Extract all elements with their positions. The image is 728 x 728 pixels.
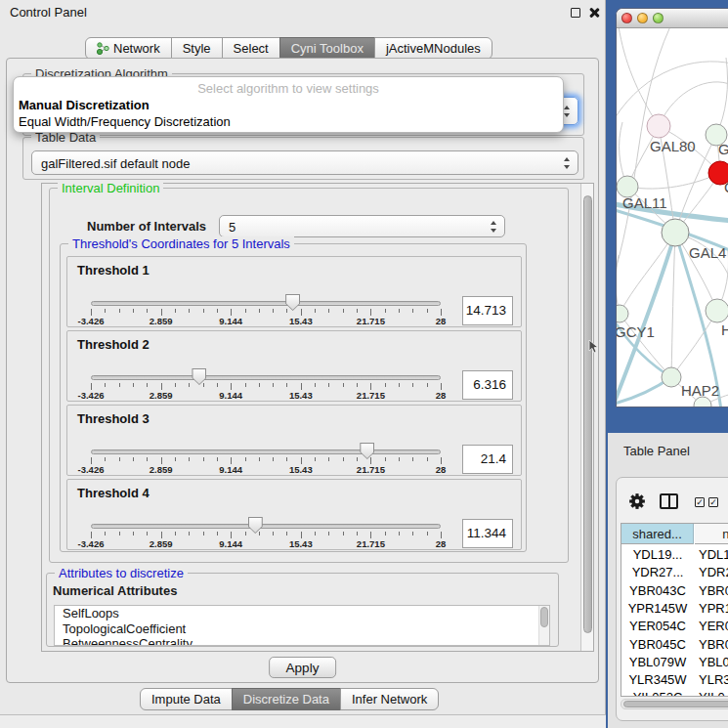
settings-scrollbar[interactable] xyxy=(580,184,593,651)
split-columns-icon[interactable] xyxy=(660,493,678,509)
numerical-attributes-label: Numerical Attributes xyxy=(53,583,177,598)
threshold-1-slider-track[interactable] xyxy=(91,301,441,306)
threshold-4-value-field[interactable]: 11.344 xyxy=(462,519,513,548)
close-icon[interactable] xyxy=(588,7,600,19)
network-node[interactable] xyxy=(662,367,681,387)
threshold-3-value-field[interactable]: 21.4 xyxy=(462,445,513,474)
tab-network[interactable]: Network xyxy=(85,37,172,60)
attribute-item-topologicalcoefficient[interactable]: TopologicalCoefficient xyxy=(55,621,549,637)
table-data-combo[interactable]: galFiltered.sif default node xyxy=(31,150,578,175)
network-edge[interactable] xyxy=(627,173,720,189)
network-node[interactable] xyxy=(647,114,670,138)
tick-mark xyxy=(328,457,329,461)
algorithm-option-manual-discretization[interactable]: Manual Discretization xyxy=(19,98,150,112)
algorithm-option-equal-width-frequency-discretization[interactable]: Equal Width/Frequency Discretization xyxy=(19,114,231,129)
network-node[interactable] xyxy=(617,305,628,322)
threshold-3-slider-thumb[interactable] xyxy=(360,443,374,459)
network-edge[interactable] xyxy=(659,82,728,126)
num-intervals-combo[interactable]: 5 xyxy=(219,215,505,237)
zoom-traffic-light-icon[interactable] xyxy=(653,13,664,23)
table-row[interactable]: YER054CYER0 xyxy=(621,619,728,636)
table-hscrollbar-thumb[interactable] xyxy=(623,701,728,707)
threshold-3-slider-track[interactable] xyxy=(91,450,441,454)
tick-label: 28 xyxy=(436,390,447,401)
table-row[interactable]: YBR045CYBR0 xyxy=(621,637,728,655)
list-scrollbar[interactable] xyxy=(538,606,549,645)
column-header-shared[interactable]: shared... xyxy=(621,524,694,544)
algorithm-popup-hint: Select algorithm to view settings xyxy=(14,81,563,96)
tick-mark xyxy=(175,532,176,535)
table-hscrollbar[interactable] xyxy=(621,699,728,709)
tick-label: 15.43 xyxy=(289,316,313,326)
tick-label: -3.426 xyxy=(78,538,105,549)
network-canvas[interactable]: GAL80GAGAL11CGAL4GCY1HHAP2 xyxy=(617,28,728,407)
network-edge[interactable] xyxy=(671,233,675,377)
tick-mark xyxy=(315,383,316,387)
table-cell: YDL1 xyxy=(699,547,728,562)
gear-icon[interactable] xyxy=(628,492,646,510)
settings-scrollbar-thumb[interactable] xyxy=(583,195,592,633)
threshold-4-slider-track[interactable] xyxy=(91,524,441,529)
table-row[interactable]: YDR27...YDR2 xyxy=(621,565,728,582)
table-cell: YDL19... xyxy=(621,547,694,562)
tick-mark xyxy=(286,457,287,461)
tick-mark xyxy=(441,383,442,390)
table-cell: YBL079W xyxy=(621,655,694,669)
table-row[interactable]: YLR345WYLR3 xyxy=(621,672,728,690)
threshold-2-slider-thumb[interactable] xyxy=(192,368,206,385)
tick-label: 2.859 xyxy=(150,390,173,401)
attribute-item-betweennesscentrality[interactable]: BetweennessCentrality xyxy=(55,636,549,646)
network-node[interactable] xyxy=(662,219,689,246)
threshold-2-value-field[interactable]: 6.316 xyxy=(462,370,513,400)
tab-select[interactable]: Select xyxy=(222,37,280,60)
network-edge[interactable] xyxy=(617,62,728,118)
tick-mark xyxy=(161,383,162,390)
tick-label: 21.715 xyxy=(357,390,385,401)
tick-mark xyxy=(412,532,413,535)
network-edge[interactable] xyxy=(620,233,675,314)
tick-mark xyxy=(133,457,134,461)
tick-mark xyxy=(315,457,316,461)
tab-discretize-data[interactable]: Discretize Data xyxy=(232,688,341,710)
close-traffic-light-icon[interactable] xyxy=(621,13,632,23)
checkbox-icon[interactable] xyxy=(708,497,718,507)
tick-mark xyxy=(343,532,344,535)
threshold-2-slider-track[interactable] xyxy=(91,375,441,380)
tick-mark xyxy=(385,383,386,387)
threshold-4-slider-thumb[interactable] xyxy=(248,517,263,534)
tab-cyni-toolbox[interactable]: Cyni Toolbox xyxy=(279,37,375,60)
attribute-item-selfloops[interactable]: SelfLoops xyxy=(55,606,549,621)
checkbox-icon[interactable] xyxy=(695,497,705,507)
tick-mark xyxy=(147,457,148,461)
tick-mark xyxy=(217,309,218,313)
float-window-icon[interactable] xyxy=(571,8,580,18)
table-cell: YLR345W xyxy=(621,672,694,687)
table-cell: YDR27... xyxy=(621,565,694,579)
table-row[interactable]: YBR043CYBR0 xyxy=(621,583,728,601)
list-scrollbar-thumb[interactable] xyxy=(540,607,548,627)
network-edge[interactable] xyxy=(716,58,728,135)
table-row[interactable]: YIL052CYIL0 xyxy=(621,690,728,697)
table-row[interactable]: YBL079WYBL0 xyxy=(621,655,728,672)
table-row[interactable]: YPR145WYPR1 xyxy=(621,601,728,619)
table-row[interactable]: YDL19...YDL1 xyxy=(621,547,728,565)
table-cell: YPR1 xyxy=(699,601,728,616)
tick-mark xyxy=(328,532,329,535)
tick-label: 2.859 xyxy=(150,464,173,475)
threshold-1-value-field[interactable]: 14.713 xyxy=(462,296,513,325)
tick-mark xyxy=(370,383,371,390)
tab-jactivemnodules[interactable]: jActiveMNodules xyxy=(374,37,492,60)
tick-mark xyxy=(286,532,287,535)
tick-mark xyxy=(412,383,413,387)
table-cell: YDR2 xyxy=(699,565,728,579)
tab-infer-network[interactable]: Infer Network xyxy=(340,688,439,710)
minimize-traffic-light-icon[interactable] xyxy=(637,13,648,23)
column-header-name[interactable]: name xyxy=(695,524,728,544)
tab-impute-data[interactable]: Impute Data xyxy=(140,688,233,710)
network-node[interactable] xyxy=(706,299,728,322)
tick-mark xyxy=(189,532,190,535)
slider-thumb-face xyxy=(286,295,299,310)
tab-style[interactable]: Style xyxy=(171,37,223,60)
apply-button[interactable]: Apply xyxy=(269,657,337,678)
tick-mark xyxy=(133,532,134,535)
